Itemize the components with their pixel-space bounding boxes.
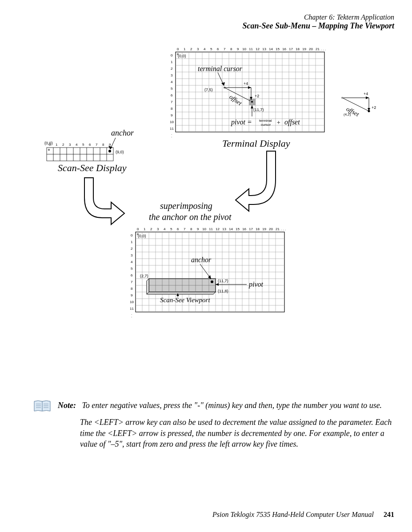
anchor-label-bottom: anchor [191,256,212,264]
plus2-a: +2 [255,94,259,98]
pivot-label-bottom: pivot [248,280,264,288]
svg-text:1: 1 [144,227,146,231]
svg-text:3: 3 [157,227,159,231]
svg-text:20: 20 [309,47,313,51]
terminal-display-label: Terminal Display [222,138,290,149]
svg-text:15: 15 [236,227,240,231]
svg-marker-111 [366,96,369,99]
svg-text:5: 5 [131,267,133,271]
svg-text:1: 1 [56,143,58,147]
svg-text:11: 11 [249,47,253,51]
pt-117: (11,7) [253,108,264,112]
pt-90: (9,0) [116,150,124,154]
svg-text:2: 2 [150,227,152,231]
svg-text:0: 0 [131,233,133,237]
svg-text:8: 8 [230,47,232,51]
pt-27: (2,7) [140,274,148,278]
svg-marker-104 [248,86,251,89]
offset-label-a: offset [228,93,243,107]
svg-text:7: 7 [224,47,226,51]
svg-text:3: 3 [171,73,173,77]
svg-text:4: 4 [76,143,78,147]
page-footer: Psion Teklogix 7535 Hand-Held Computer U… [212,511,394,519]
svg-text:2: 2 [190,47,192,51]
svg-text:2: 2 [131,247,133,251]
svg-text:13: 13 [222,227,226,231]
svg-text:0: 0 [177,47,179,51]
svg-text:1: 1 [131,240,133,244]
svg-text:7: 7 [96,143,98,147]
plus4-b: +4 [364,92,368,96]
svg-point-115 [341,97,343,99]
svg-text:14: 14 [229,227,233,231]
svg-text:6: 6 [89,143,91,147]
anchor-label-top: anchor [111,128,134,137]
svg-text:16: 16 [242,227,246,231]
svg-text:. . .: . . . [281,227,286,231]
svg-text:8: 8 [102,143,104,147]
svg-text:17: 17 [249,227,253,231]
pt-00-bottom: (0,0) [138,234,146,238]
pt-118: (11,8) [218,289,228,293]
svg-text:6: 6 [217,47,219,51]
svg-text:19: 19 [302,47,306,51]
plus2-b: +2 [372,105,376,110]
note-p2: The <LEFT> arrow key can also be used to… [80,417,394,449]
svg-text:0: 0 [137,227,139,231]
svg-point-102 [251,101,253,103]
svg-text:9: 9 [237,47,239,51]
svg-rect-23 [48,149,50,151]
page-number: 241 [384,511,394,518]
svg-text:7: 7 [171,100,173,104]
pt-117-b: (11,7) [218,279,228,283]
svg-text:19: 19 [262,227,266,231]
pivot-eq: pivot = [231,118,252,126]
svg-text:0: 0 [49,143,51,147]
svg-text:4: 4 [164,227,166,231]
svg-marker-109 [251,105,253,108]
svg-text:10: 10 [170,120,174,124]
pt-00-terminal: (0,0) [178,54,186,58]
svg-text:7: 7 [131,280,133,284]
superimposing-2: the anchor on the pivot [149,212,232,222]
svg-text:6: 6 [171,93,173,97]
svg-text:3: 3 [69,143,71,147]
svg-text:1: 1 [184,47,186,51]
note-p1: To enter negative values, press the "-" … [82,401,382,410]
svg-text:3: 3 [131,253,133,257]
offset-word: offset [284,118,300,126]
svg-text:17: 17 [289,47,293,51]
svg-text:18: 18 [256,227,260,231]
svg-text:14: 14 [269,47,273,51]
svg-text:7: 7 [184,227,186,231]
svg-text:8: 8 [190,227,192,231]
footer-title: Psion Teklogix 7535 Hand-Held Computer U… [212,511,374,518]
plus-word: + [276,119,280,126]
svg-point-201 [211,280,213,283]
svg-text:11: 11 [209,227,213,231]
svg-point-116 [368,110,370,112]
svg-text:12: 12 [256,47,260,51]
svg-rect-97 [177,53,179,55]
svg-text:2: 2 [62,143,64,147]
svg-rect-187 [137,233,139,235]
svg-text:5: 5 [82,143,84,147]
svg-text:8: 8 [131,287,133,291]
svg-text:4: 4 [171,80,173,84]
plus4-a: +4 [244,81,248,86]
svg-text:10: 10 [202,227,206,231]
page-header: Chapter 6: Tekterm Application Scan-See … [242,13,394,31]
svg-text:21: 21 [276,227,280,231]
svg-text:6: 6 [131,273,133,277]
terminal-cursor-label: terminal cursor [198,65,243,72]
svg-text:13: 13 [262,47,266,51]
svg-text:12: 12 [216,227,220,231]
svg-text:10: 10 [242,47,246,51]
svg-marker-190 [147,292,216,294]
svg-text:.: . [131,314,132,318]
subtitle-line: Scan-See Sub-Menu – Mapping The Viewport [242,21,394,31]
svg-text:.: . [171,134,172,138]
svg-point-24 [108,150,111,152]
svg-text:0: 0 [171,53,173,57]
svg-text:11: 11 [130,307,134,311]
